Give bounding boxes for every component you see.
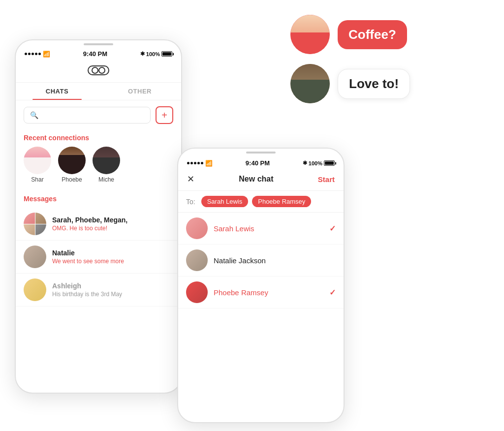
battery-percent-left: 100%: [146, 51, 160, 57]
recent-connections-list: Shar Phoebe Miche: [16, 147, 181, 191]
checkmark-phoebe: ✓: [329, 288, 336, 297]
left-phone: 📶 9:40 PM ✱ 100% CHATS OTHER 🔍 + Rec: [15, 39, 182, 394]
tab-other[interactable]: OTHER: [98, 83, 181, 100]
recent-item-shar[interactable]: Shar: [24, 147, 51, 183]
msg-content-1: Sarah, Phoebe, Megan, OMG. He is too cut…: [52, 216, 173, 232]
msg-preview-1: OMG. He is too cute!: [52, 225, 173, 232]
msg-avatar-group: [24, 213, 46, 235]
contact-avatar-phoebe: [186, 281, 208, 303]
message-item-2[interactable]: Natalie We went to see some more: [16, 241, 181, 274]
to-label: To:: [186, 198, 195, 206]
speaker-bar-right: [246, 152, 276, 154]
tabs-bar: CHATS OTHER: [16, 83, 181, 100]
battery-icon-left: [161, 51, 172, 57]
avatar-phoebe: [58, 147, 86, 174]
contact-avatar-natalie: [186, 249, 208, 271]
bubble-avatar-2: [290, 64, 330, 103]
bubble-row-2: Love to!: [290, 64, 410, 103]
app-logo: [88, 65, 109, 75]
msg-content-3: Ashleigh His birthday is the 3rd May: [52, 282, 173, 298]
bluetooth-icon: ✱: [140, 51, 145, 57]
msg-preview-3: His birthday is the 3rd May: [52, 291, 173, 298]
msg-avatar-ashleigh: [24, 278, 46, 301]
status-left: 📶: [25, 51, 50, 58]
avatar-name-miche: Miche: [98, 176, 114, 183]
battery-area-left: ✱ 100%: [140, 51, 172, 57]
status-bar-left: 📶 9:40 PM ✱ 100%: [16, 45, 181, 61]
status-time-left: 9:40 PM: [83, 50, 107, 58]
battery-icon-right: [324, 160, 335, 166]
msg-preview-2: We went to see some more: [52, 258, 173, 265]
recent-item-miche[interactable]: Miche: [93, 147, 120, 183]
msg-content-2: Natalie We went to see some more: [52, 249, 173, 265]
bubble-message-2: Love to!: [338, 69, 410, 99]
phone-notch-right: [178, 149, 344, 154]
status-left-right: 📶: [187, 160, 213, 167]
recent-connections-title: Recent connections: [16, 130, 181, 147]
tab-chats[interactable]: CHATS: [16, 83, 98, 100]
avatar-name-shar: Shar: [31, 176, 43, 183]
contact-name-phoebe: Phoebe Ramsey: [214, 288, 323, 297]
dot3: [32, 53, 34, 55]
bubble-area: Coffee? Love to!: [290, 15, 410, 103]
message-item-3[interactable]: Ashleigh His birthday is the 3rd May: [16, 274, 181, 307]
msg-name-1: Sarah, Phoebe, Megan,: [52, 216, 173, 224]
tag-sarah-lewis[interactable]: Sarah Lewis: [201, 196, 249, 207]
tag-phoebe-ramsey[interactable]: Phoebe Ramsey: [252, 196, 311, 207]
close-button[interactable]: ✕: [187, 174, 194, 185]
msg-name-2: Natalie: [52, 249, 173, 257]
dot1: [25, 53, 27, 55]
rdot3: [194, 162, 196, 164]
rdot2: [190, 162, 193, 164]
battery-fill-right: [325, 161, 334, 165]
rdot1: [187, 162, 189, 164]
search-icon: 🔍: [30, 111, 38, 119]
signal-dots-right: [187, 162, 203, 164]
to-field: To: Sarah Lewis Phoebe Ramsey: [178, 191, 344, 213]
avatar-shar: [24, 147, 51, 174]
search-bar: 🔍 +: [24, 106, 173, 124]
messages-list: Sarah, Phoebe, Megan, OMG. He is too cut…: [16, 208, 181, 310]
contact-item-sarah[interactable]: Sarah Lewis ✓: [178, 213, 344, 245]
msg-name-3: Ashleigh: [52, 282, 173, 290]
dot4: [35, 53, 37, 55]
battery-percent-right: 100%: [309, 160, 322, 166]
dot2: [28, 53, 31, 55]
msg-avatar-natalie: [24, 246, 46, 268]
checkmark-sarah: ✓: [329, 224, 336, 233]
wifi-icon-right: 📶: [205, 160, 213, 167]
contact-item-phoebe[interactable]: Phoebe Ramsey ✓: [178, 277, 344, 308]
bubble-avatar-1: [290, 15, 330, 54]
right-phone: 📶 9:40 PM ✱ 100% ✕ New chat Start To: Sa…: [177, 148, 345, 423]
dot5: [38, 53, 41, 55]
bubble-message-1: Coffee?: [338, 20, 407, 49]
add-button[interactable]: +: [156, 106, 173, 124]
bubble-row-1: Coffee?: [290, 15, 410, 54]
signal-dots: [25, 53, 41, 55]
contact-name-natalie: Natalie Jackson: [214, 256, 336, 265]
status-bar-right: 📶 9:40 PM ✱ 100%: [178, 154, 344, 170]
start-button[interactable]: Start: [318, 175, 335, 184]
speaker-bar: [84, 43, 113, 45]
battery-area-right: ✱ 100%: [303, 160, 335, 166]
contact-avatar-sarah: [186, 217, 208, 239]
wifi-icon: 📶: [43, 51, 50, 58]
phone-notch: [16, 40, 181, 45]
avatar-name-phoebe: Phoebe: [62, 176, 82, 183]
new-chat-header: ✕ New chat Start: [178, 170, 344, 191]
search-input-area[interactable]: 🔍: [24, 107, 151, 123]
messages-title: Messages: [16, 191, 181, 208]
recent-item-phoebe[interactable]: Phoebe: [58, 147, 86, 183]
contact-name-sarah: Sarah Lewis: [214, 224, 323, 233]
battery-fill-left: [162, 52, 171, 56]
status-time-right: 9:40 PM: [246, 159, 270, 167]
rdot4: [197, 162, 200, 164]
rdot5: [201, 162, 203, 164]
new-chat-title: New chat: [239, 175, 273, 184]
message-item-1[interactable]: Sarah, Phoebe, Megan, OMG. He is too cut…: [16, 208, 181, 241]
logo-area: [16, 61, 181, 83]
avatar-miche: [93, 147, 120, 174]
bluetooth-icon-right: ✱: [303, 160, 307, 166]
contact-item-natalie[interactable]: Natalie Jackson: [178, 245, 344, 277]
